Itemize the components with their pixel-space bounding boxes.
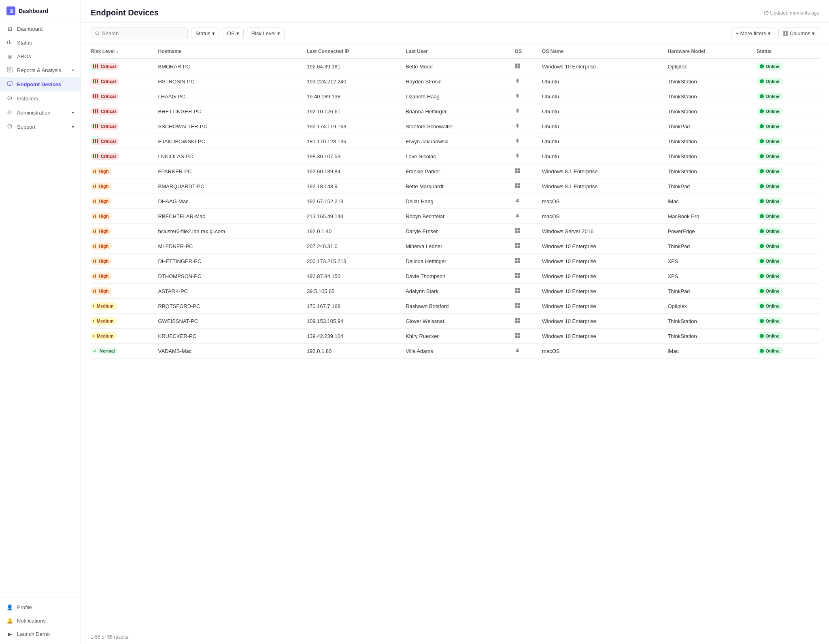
sidebar-item-support[interactable]: ? Support ▾ <box>0 120 81 134</box>
toggle-dot-7 <box>760 169 764 173</box>
cell-hardware-19: iMac <box>664 344 753 359</box>
table-footer: 1-55 of 55 results <box>81 630 829 644</box>
table-row[interactable]: Critical LHAAG-PC 19.40.189.138 Lizabeth… <box>91 89 819 104</box>
cell-hardware-12: ThinkPad <box>664 239 753 254</box>
svg-rect-66 <box>515 306 518 308</box>
cell-risk-19: Normal <box>91 344 155 359</box>
col-last-ip[interactable]: Last Connected IP <box>304 45 402 59</box>
logo-icon: ⊞ <box>6 6 15 15</box>
col-risk-level[interactable]: Risk Level ↓ <box>91 45 155 59</box>
table-row[interactable]: High MLEDNER-PC 207.240.31.0 Minerva Led… <box>91 239 819 254</box>
col-hostname[interactable]: Hostname <box>155 45 304 59</box>
status-badge-9: Online <box>757 198 782 205</box>
svg-rect-20 <box>515 64 518 66</box>
table-row[interactable]: High DHAAG-Mac 192.67.152.213 Dellar Haa… <box>91 194 819 209</box>
col-os-name[interactable]: OS Name <box>539 45 664 59</box>
cell-os-15 <box>512 284 539 299</box>
devices-table: Risk Level ↓ Hostname Last Connected IP … <box>91 45 819 359</box>
table-row[interactable]: Critical SSCHOWALTER-PC 192.174.119.163 … <box>91 119 819 134</box>
status-badge-16: Online <box>757 302 782 310</box>
sidebar-item-administration[interactable]: Administration ▾ <box>0 106 81 120</box>
toolbar: Status ▾ OS ▾ Risk Level ▾ + More filter… <box>81 23 829 45</box>
toggle-dot-16 <box>760 304 764 308</box>
cell-status-15: Online <box>753 284 819 299</box>
sidebar-item-dashboard[interactable]: ⊞ Dashboard <box>0 22 81 36</box>
sidebar-item-reports[interactable]: Reports & Analysis ▾ <box>0 63 81 77</box>
cell-hardware-4: ThinkPad <box>664 119 753 134</box>
cell-user-4: Stanford Schowalter <box>402 119 511 134</box>
sidebar-item-profile[interactable]: 👤 Profile <box>0 601 81 614</box>
svg-rect-49 <box>518 243 520 246</box>
columns-label: Columns <box>790 30 810 36</box>
svg-rect-42 <box>515 186 518 188</box>
status-badge-14: Online <box>757 272 782 280</box>
sidebar-item-status[interactable]: Status <box>0 36 81 50</box>
table-row[interactable]: High DTHOMPSON-PC 192.87.84.150 Davie Th… <box>91 269 819 284</box>
sidebar-item-launch-demo[interactable]: ▶ Launch Demo <box>0 627 81 641</box>
cell-os-13 <box>512 254 539 269</box>
table-row[interactable]: Normal VADAMS-Mac 192.0.1.80 Villa Adams… <box>91 344 819 359</box>
search-box[interactable] <box>91 28 188 39</box>
columns-icon <box>783 31 788 36</box>
cell-hostname-2: LHAAG-PC <box>155 89 304 104</box>
col-last-user[interactable]: Last User <box>402 45 511 59</box>
table-row[interactable]: Critical BMORAR-PC 192.64.39.181 Bette M… <box>91 59 819 74</box>
table-row[interactable]: High FPARKER-PC 192.60.189.84 Frankie Pa… <box>91 164 819 179</box>
table-row[interactable]: Critical BHETTINGER-PC 192.10.126.61 Bri… <box>91 104 819 119</box>
svg-point-26 <box>517 95 517 96</box>
risk-filter-button[interactable]: Risk Level ▾ <box>247 28 285 39</box>
toggle-dot-14 <box>760 274 764 278</box>
profile-icon: 👤 <box>6 604 13 610</box>
table-row[interactable]: Medium KRUECKER-PC 139.42.239.104 Khiry … <box>91 329 819 344</box>
status-filter-button[interactable]: Status ▾ <box>191 28 219 39</box>
os-icon-7 <box>515 168 521 175</box>
sidebar-item-notifications[interactable]: 🔔 Notifications <box>0 614 81 627</box>
table-row[interactable]: High hcluster6-file2.ldn.rax.gi.com 192.… <box>91 224 819 239</box>
table-container[interactable]: Risk Level ↓ Hostname Last Connected IP … <box>81 45 829 630</box>
toggle-dot-10 <box>760 214 764 218</box>
cell-os-1 <box>512 74 539 89</box>
risk-badge-5: Critical <box>91 138 119 145</box>
cell-status-14: Online <box>753 269 819 284</box>
table-row[interactable]: Critical EJAKUBOWSKI-PC 181.170.128.136 … <box>91 134 819 149</box>
table-row[interactable]: High BMARQUARDT-PC 192.18.148.9 Bette Ma… <box>91 179 819 194</box>
cell-osname-11: Windows Server 2016 <box>539 224 664 239</box>
search-input[interactable] <box>102 30 183 36</box>
sidebar-item-aros[interactable]: ◎ AROs <box>0 50 81 63</box>
cell-ip-14: 192.87.84.150 <box>304 269 402 284</box>
table-row[interactable]: High RBECHTELAR-Mac 213.165.49.144 Robyn… <box>91 209 819 224</box>
sidebar-item-installers[interactable]: Installers <box>0 91 81 106</box>
cell-ip-8: 192.18.148.9 <box>304 179 402 194</box>
os-icon-6 <box>515 153 521 160</box>
os-filter-button[interactable]: OS ▾ <box>223 28 244 39</box>
more-filters-button[interactable]: + More filters ▾ <box>731 28 775 39</box>
cell-risk-4: Critical <box>91 119 155 134</box>
sidebar: ⊞ Dashboard ⊞ Dashboard Status ◎ AROs Re… <box>0 0 81 644</box>
cell-ip-2: 19.40.189.138 <box>304 89 402 104</box>
svg-point-32 <box>517 140 517 140</box>
svg-point-28 <box>517 110 517 111</box>
cell-risk-5: Critical <box>91 134 155 149</box>
col-hardware[interactable]: Hardware Model <box>664 45 753 59</box>
cell-user-16: Rashawn Botsford <box>402 299 511 314</box>
columns-button[interactable]: Columns ▾ <box>778 28 819 39</box>
table-row[interactable]: High ASTARK-PC 39.5.105.65 Adalynn Stark… <box>91 284 819 299</box>
toggle-dot-0 <box>760 64 764 68</box>
cell-os-17 <box>512 314 539 329</box>
table-row[interactable]: Medium GWEISSNAT-PC 109.153.105.94 Glove… <box>91 314 819 329</box>
os-icon-10 <box>515 213 521 220</box>
svg-point-25 <box>518 80 518 81</box>
toggle-dot-9 <box>760 199 764 203</box>
status-badge-2: Online <box>757 93 782 100</box>
cell-status-3: Online <box>753 104 819 119</box>
status-badge-11: Online <box>757 227 782 235</box>
svg-rect-38 <box>515 171 518 173</box>
col-os[interactable]: OS <box>512 45 539 59</box>
col-status[interactable]: Status <box>753 45 819 59</box>
table-row[interactable]: Critical HSTROSIN-PC 193.224.212.240 Hay… <box>91 74 819 89</box>
table-row[interactable]: High DHETTINGER-PC 200.173.215.213 Delin… <box>91 254 819 269</box>
cell-status-4: Online <box>753 119 819 134</box>
sidebar-item-endpoint-devices[interactable]: Endpoint Devices <box>0 77 81 91</box>
table-row[interactable]: Medium RBOTSFORD-PC 170.167.7.168 Rashaw… <box>91 299 819 314</box>
table-row[interactable]: Critical LNICOLAS-PC 198.30.107.59 Love … <box>91 149 819 164</box>
